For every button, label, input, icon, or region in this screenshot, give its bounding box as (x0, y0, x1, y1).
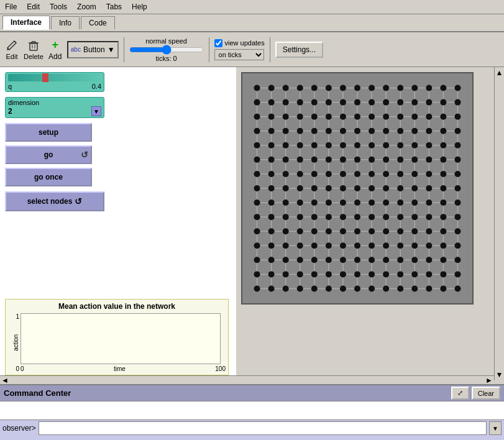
go-label: go (44, 150, 53, 159)
edit-icon (5, 39, 19, 52)
chart-canvas (21, 313, 221, 364)
chart-area: Mean action value in the network 1 actio… (5, 299, 229, 375)
add-button[interactable]: + Add (48, 39, 62, 61)
chart-x-labels: 0 time 100 (21, 365, 226, 372)
ticks-label: ticks: 0 (155, 55, 176, 62)
chart-y-label: action (12, 334, 19, 351)
select-nodes-area: select nodes ↺ (5, 191, 231, 211)
chart-plot-area: 0 time 100 (21, 313, 226, 372)
delete-button[interactable]: Delete (24, 39, 44, 60)
right-scrollbar[interactable]: ▲ ▼ (494, 67, 504, 380)
speed-label: normal speed (145, 37, 187, 45)
speed-slider[interactable] (129, 45, 204, 55)
scroll-right-arrow[interactable]: ► (485, 376, 493, 385)
tab-info[interactable]: Info (51, 16, 80, 29)
command-center-header: Command Center ⤢ Clear (0, 385, 504, 401)
chart-y-axis: 1 action 0 (8, 313, 19, 372)
svg-rect-0 (30, 44, 37, 50)
chart-title: Mean action value in the network (8, 302, 226, 311)
expand-button[interactable]: ⤢ (451, 387, 469, 400)
delete-icon (27, 39, 40, 52)
dimension-dropdown-arrow[interactable]: ▼ (91, 106, 101, 116)
dimension-control: dimension 2 ▼ (5, 97, 104, 118)
speed-section: normal speed ticks: 0 (129, 37, 204, 62)
chart-content: 1 action 0 0 time 100 (8, 313, 226, 372)
chart-y-min: 0 (16, 365, 19, 372)
main-content: q 0.4 dimension 2 ▼ setup go ↺ go once (0, 67, 504, 380)
scroll-down-arrow[interactable]: ▼ (496, 370, 503, 379)
loop-icon: ↺ (81, 150, 88, 160)
q-slider-control: q 0.4 (5, 72, 104, 92)
select-nodes-icon: ↺ (75, 196, 82, 206)
dimension-select-row: 2 ▼ (8, 106, 101, 116)
menu-zoom[interactable]: Zoom (75, 1, 99, 12)
bottom-scrollbar[interactable]: ◄ ► (0, 375, 494, 384)
chart-x-min: 0 (21, 365, 24, 372)
settings-button[interactable]: Settings... (275, 42, 323, 58)
button-type-label: Button (83, 45, 105, 54)
separator-2 (209, 37, 209, 62)
q-slider-name: q (8, 83, 12, 90)
left-panel: q 0.4 dimension 2 ▼ setup go ↺ go once (0, 67, 236, 380)
on-ticks-row: on ticks continuous (214, 49, 265, 60)
action-buttons: setup go ↺ go once (5, 123, 92, 186)
chart-x-label: time (114, 365, 126, 372)
menu-help[interactable]: Help (129, 1, 150, 12)
button-type-dropdown[interactable]: abc Button ▼ (67, 41, 119, 58)
q-slider-value: 0.4 (92, 83, 101, 90)
separator-3 (270, 37, 270, 62)
setup-button[interactable]: setup (5, 123, 92, 142)
edit-button[interactable]: Edit (5, 39, 19, 60)
netlogo-world-canvas (241, 72, 474, 305)
add-icon: + (48, 39, 62, 52)
button-type-arrow: ▼ (108, 45, 115, 54)
observer-dropdown[interactable]: ▼ (489, 421, 502, 435)
dimension-label: dimension (8, 99, 101, 106)
command-output-area (0, 401, 504, 420)
go-once-button[interactable]: go once (5, 168, 92, 186)
command-center-title: Command Center (4, 388, 71, 398)
edit-label: Edit (6, 53, 18, 60)
q-slider-track[interactable] (8, 74, 101, 81)
select-nodes-button[interactable]: select nodes ↺ (5, 191, 104, 211)
q-slider-thumb[interactable] (42, 73, 48, 82)
separator-1 (124, 37, 124, 62)
add-label: Add (48, 52, 62, 61)
menu-tabs[interactable]: Tabs (104, 1, 124, 12)
go-button[interactable]: go ↺ (5, 145, 92, 164)
menu-file[interactable]: File (2, 1, 19, 12)
command-center: Command Center ⤢ Clear observer> ▼ (0, 384, 504, 440)
tab-bar: Interface Info Code (0, 14, 504, 32)
dimension-value: 2 (8, 107, 12, 116)
chart-x-max: 100 (215, 365, 226, 372)
delete-label: Delete (24, 53, 44, 60)
view-updates-label: view updates (225, 39, 265, 47)
tab-code[interactable]: Code (81, 16, 115, 29)
command-center-buttons: ⤢ Clear (451, 387, 500, 400)
button-type-icon: abc (71, 46, 81, 53)
menu-tools[interactable]: Tools (47, 1, 70, 12)
view-updates-row: view updates (214, 39, 265, 47)
tab-interface[interactable]: Interface (2, 16, 50, 30)
scroll-left-arrow[interactable]: ◄ (1, 376, 9, 385)
view-updates-checkbox[interactable] (214, 39, 222, 47)
toolbar: Edit Delete + Add abc Button ▼ (0, 32, 504, 67)
right-panel (236, 67, 494, 380)
menu-bar: File Edit Tools Zoom Tabs Help (0, 0, 504, 14)
on-ticks-select[interactable]: on ticks continuous (214, 49, 264, 60)
select-nodes-label: select nodes (27, 197, 73, 206)
view-updates-section: view updates on ticks continuous (214, 39, 265, 60)
observer-label: observer> (2, 424, 36, 433)
buttons-area: setup go ↺ go once (5, 123, 231, 186)
spacer (5, 216, 231, 294)
menu-edit[interactable]: Edit (24, 1, 42, 12)
clear-button[interactable]: Clear (472, 387, 500, 400)
scroll-up-arrow[interactable]: ▲ (496, 68, 503, 77)
chart-y-max: 1 (16, 313, 19, 320)
observer-input[interactable] (39, 421, 487, 435)
observer-row: observer> ▼ (0, 420, 504, 436)
